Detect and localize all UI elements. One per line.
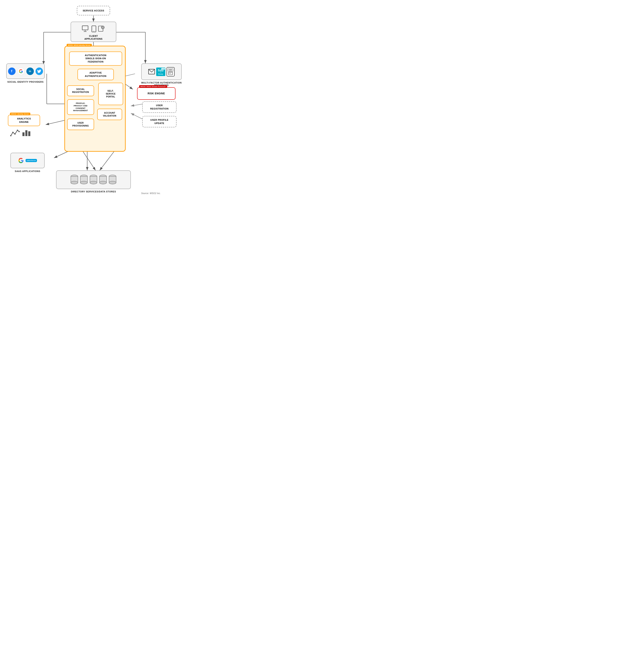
wso2-stream-processor-badge: WSO2 WSO2 Stream Processor xyxy=(139,85,167,88)
svg-point-42 xyxy=(17,130,18,131)
chart-icons xyxy=(10,128,42,136)
risk-engine-box: WSO2 WSO2 Stream Processor RISK ENGINE xyxy=(137,87,176,100)
risk-engine-label: RISK ENGINE xyxy=(148,92,165,95)
db-icons xyxy=(70,174,116,185)
user-registration-label: USER REGISTRATION xyxy=(150,104,168,110)
adaptive-auth-box: ADAPTIVE AUTHENTICATION xyxy=(77,69,114,80)
self-service-portal-label: SELF- SERVICE PORTAL xyxy=(106,90,115,98)
auth-sso-label: AUTHENTICATION SINGLE-SIGN-ON FEDERATION xyxy=(85,54,107,63)
fido-icon: fido U2F ™ Ready xyxy=(156,68,165,76)
db-cylinder-4 xyxy=(99,174,107,184)
analytics-engine-container: WSO2 Identity Server ANALYTICS ENGINE xyxy=(8,115,40,134)
svg-point-39 xyxy=(10,135,12,136)
settings-icon xyxy=(98,25,105,32)
client-applications-box: CLIENT APPLICATIONS xyxy=(71,22,116,42)
svg-rect-45 xyxy=(25,130,27,136)
account-validation-box: ACCOUNT VALIDATION xyxy=(97,109,122,120)
tablet-icon xyxy=(91,26,96,32)
social-icons-row: f in xyxy=(8,67,43,75)
facebook-icon: f xyxy=(8,68,16,75)
db-cylinder-3 xyxy=(90,174,97,184)
saas-icons: salesforce xyxy=(18,158,37,163)
email-icon xyxy=(148,69,155,74)
user-registration-box: USER REGISTRATION xyxy=(142,102,177,113)
svg-line-21 xyxy=(100,149,116,170)
multi-factor-auth-box: fido U2F ™ Ready SMS xyxy=(141,63,182,80)
svg-point-58 xyxy=(99,181,107,184)
analytics-wso2-badge: WSO2 Identity Server xyxy=(10,113,30,115)
db-cylinder-2 xyxy=(80,174,88,184)
svg-point-27 xyxy=(94,31,94,31)
adaptive-auth-label: ADAPTIVE AUTHENTICATION xyxy=(85,71,107,78)
svg-point-49 xyxy=(71,181,78,184)
svg-point-52 xyxy=(80,181,87,184)
salesforce-icon: salesforce xyxy=(26,159,37,162)
svg-rect-23 xyxy=(82,26,88,30)
self-service-portal-box: SELF- SERVICE PORTAL xyxy=(98,83,123,105)
twitter-icon xyxy=(36,68,43,75)
profile-privacy-box: PROFILE, PRIVACY AND CONSENT MANAGEMENT xyxy=(67,99,94,115)
profile-privacy-label: PROFILE, PRIVACY AND CONSENT MANAGEMENT xyxy=(73,102,88,112)
monitor-icon xyxy=(82,25,90,32)
saas-applications-box: salesforce xyxy=(10,153,45,168)
user-profile-update-box: USER PROFILE UPDATE xyxy=(142,116,177,127)
db-cylinder-1 xyxy=(70,174,78,184)
google-g-icon xyxy=(18,158,24,163)
wso2-identity-server-badge: WSO2 WSO2 Identity Server xyxy=(67,44,92,47)
sms-icon: SMS xyxy=(166,67,175,76)
line-chart-icon xyxy=(10,128,20,136)
diagram: SERVICE ACCESS xyxy=(0,0,187,197)
bar-chart-icon xyxy=(22,128,31,136)
linkedin-icon: in xyxy=(26,68,34,75)
social-registration-label: SOCIAL REGISTRATION xyxy=(72,88,89,94)
source-label: Source: WSO2 Inc. xyxy=(141,192,161,195)
social-identity-providers-box: f in xyxy=(6,63,45,79)
db-cylinder-5 xyxy=(109,174,116,184)
svg-point-40 xyxy=(12,132,14,133)
analytics-engine-label: ANALYTICS ENGINE xyxy=(17,117,31,124)
wso2-identity-server-frame: WSO2 WSO2 Identity Server AUTHENTICATION… xyxy=(64,46,125,152)
client-app-icons xyxy=(80,23,107,35)
user-provisioning-box: USER PROVISIONING xyxy=(67,119,94,130)
svg-line-22 xyxy=(81,149,95,170)
svg-point-61 xyxy=(109,181,116,184)
svg-rect-44 xyxy=(22,132,24,136)
analytics-engine-box: WSO2 Identity Server ANALYTICS ENGINE xyxy=(8,115,40,126)
auth-sso-box: AUTHENTICATION SINGLE-SIGN-ON FEDERATION xyxy=(69,51,122,66)
saas-applications-label: SAAS APPLICATIONS xyxy=(10,170,45,173)
svg-point-55 xyxy=(90,181,97,184)
svg-point-43 xyxy=(19,131,20,132)
social-identity-providers-label: SOCIAL IDENTITY PROVIDERS xyxy=(6,81,45,83)
account-validation-label: ACCOUNT VALIDATION xyxy=(103,112,116,117)
svg-rect-46 xyxy=(28,131,30,136)
user-provisioning-label: USER PROVISIONING xyxy=(72,121,89,127)
risk-engine-container: WSO2 WSO2 Stream Processor RISK ENGINE xyxy=(137,87,176,100)
service-access-box: SERVICE ACCESS xyxy=(77,6,110,15)
svg-point-41 xyxy=(14,133,16,135)
directory-services-box xyxy=(56,170,131,189)
user-profile-update-label: USER PROFILE UPDATE xyxy=(151,118,168,125)
client-applications-label: CLIENT APPLICATIONS xyxy=(84,35,102,41)
service-access-label: SERVICE ACCESS xyxy=(83,9,104,12)
svg-line-16 xyxy=(131,104,143,106)
google-icon xyxy=(17,68,25,75)
svg-line-17 xyxy=(131,113,143,119)
directory-services-label: DIRECTORY SERVICES/DATA STORES xyxy=(56,190,131,193)
mfa-icons: fido U2F ™ Ready SMS xyxy=(146,65,176,78)
social-registration-box: SOCIAL REGISTRATION xyxy=(67,85,94,96)
